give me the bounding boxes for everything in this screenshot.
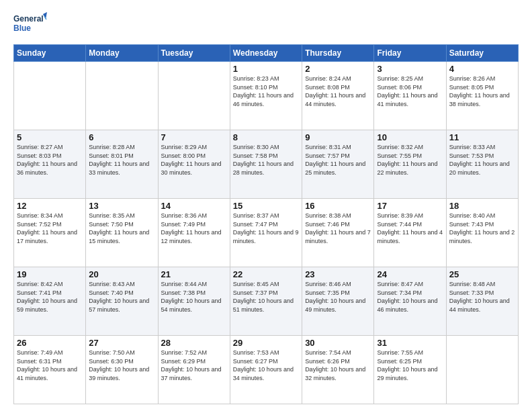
day-number: 23 (305, 269, 371, 279)
day-info: Sunrise: 7:52 AM Sunset: 6:29 PM Dayligh… (161, 349, 227, 382)
week-row-5: 26Sunrise: 7:49 AM Sunset: 6:31 PM Dayli… (14, 336, 519, 404)
day-number: 2 (305, 64, 371, 74)
day-cell: 5Sunrise: 8:27 AM Sunset: 8:03 PM Daylig… (14, 130, 86, 199)
day-number: 28 (161, 338, 227, 348)
day-info: Sunrise: 8:35 AM Sunset: 7:50 PM Dayligh… (89, 212, 154, 245)
day-info: Sunrise: 7:53 AM Sunset: 6:27 PM Dayligh… (233, 349, 299, 382)
day-info: Sunrise: 7:49 AM Sunset: 6:31 PM Dayligh… (17, 349, 83, 382)
day-cell: 29Sunrise: 7:53 AM Sunset: 6:27 PM Dayli… (230, 336, 302, 404)
day-info: Sunrise: 8:32 AM Sunset: 7:55 PM Dayligh… (377, 143, 443, 177)
day-cell: 26Sunrise: 7:49 AM Sunset: 6:31 PM Dayli… (14, 336, 86, 404)
day-cell: 18Sunrise: 8:40 AM Sunset: 7:43 PM Dayli… (446, 199, 518, 267)
day-number: 11 (449, 132, 515, 142)
day-number: 12 (17, 201, 83, 211)
day-info: Sunrise: 8:24 AM Sunset: 8:08 PM Dayligh… (305, 75, 371, 108)
day-number: 29 (233, 338, 299, 348)
day-number: 7 (161, 132, 227, 142)
day-info: Sunrise: 8:40 AM Sunset: 7:43 PM Dayligh… (449, 212, 515, 245)
day-info: Sunrise: 8:36 AM Sunset: 7:49 PM Dayligh… (161, 212, 227, 245)
day-info: Sunrise: 8:33 AM Sunset: 7:53 PM Dayligh… (449, 143, 515, 177)
day-header-saturday: Saturday (446, 45, 518, 62)
day-number: 16 (305, 201, 371, 211)
day-cell: 28Sunrise: 7:52 AM Sunset: 6:29 PM Dayli… (158, 336, 230, 404)
day-info: Sunrise: 8:28 AM Sunset: 8:01 PM Dayligh… (89, 143, 154, 177)
day-number: 25 (449, 269, 515, 279)
day-header-sunday: Sunday (14, 45, 86, 62)
svg-text:General: General (13, 14, 44, 24)
day-number: 9 (305, 132, 371, 142)
page: General Blue SundayMondayTuesdayWednesda… (0, 0, 532, 411)
week-row-3: 12Sunrise: 8:34 AM Sunset: 7:52 PM Dayli… (14, 199, 519, 267)
day-number: 27 (89, 338, 154, 348)
day-number: 5 (17, 132, 83, 142)
header: General Blue (13, 11, 519, 39)
day-info: Sunrise: 7:50 AM Sunset: 6:30 PM Dayligh… (89, 349, 154, 382)
day-info: Sunrise: 8:47 AM Sunset: 7:34 PM Dayligh… (377, 280, 443, 314)
day-cell: 14Sunrise: 8:36 AM Sunset: 7:49 PM Dayli… (158, 199, 230, 267)
day-cell: 24Sunrise: 8:47 AM Sunset: 7:34 PM Dayli… (374, 267, 446, 336)
day-cell: 17Sunrise: 8:39 AM Sunset: 7:44 PM Dayli… (374, 199, 446, 267)
day-number: 19 (17, 269, 83, 279)
day-header-tuesday: Tuesday (158, 45, 230, 62)
day-cell: 2Sunrise: 8:24 AM Sunset: 8:08 PM Daylig… (302, 62, 374, 130)
week-row-2: 5Sunrise: 8:27 AM Sunset: 8:03 PM Daylig… (14, 130, 519, 199)
day-cell: 9Sunrise: 8:31 AM Sunset: 7:57 PM Daylig… (302, 130, 374, 199)
day-info: Sunrise: 8:39 AM Sunset: 7:44 PM Dayligh… (377, 212, 443, 245)
day-cell: 6Sunrise: 8:28 AM Sunset: 8:01 PM Daylig… (86, 130, 158, 199)
day-cell: 25Sunrise: 8:48 AM Sunset: 7:33 PM Dayli… (446, 267, 518, 336)
day-number: 22 (233, 269, 299, 279)
day-number: 24 (377, 269, 443, 279)
day-number: 8 (233, 132, 299, 142)
day-info: Sunrise: 7:54 AM Sunset: 6:26 PM Dayligh… (305, 349, 371, 382)
day-info: Sunrise: 8:42 AM Sunset: 7:41 PM Dayligh… (17, 280, 83, 314)
day-header-wednesday: Wednesday (230, 45, 302, 62)
day-cell: 20Sunrise: 8:43 AM Sunset: 7:40 PM Dayli… (86, 267, 158, 336)
day-info: Sunrise: 8:37 AM Sunset: 7:47 PM Dayligh… (233, 212, 299, 245)
day-info: Sunrise: 8:38 AM Sunset: 7:46 PM Dayligh… (305, 212, 371, 245)
week-row-1: 1Sunrise: 8:23 AM Sunset: 8:10 PM Daylig… (14, 62, 519, 130)
day-number: 10 (377, 132, 443, 142)
day-cell: 10Sunrise: 8:32 AM Sunset: 7:55 PM Dayli… (374, 130, 446, 199)
day-info: Sunrise: 8:43 AM Sunset: 7:40 PM Dayligh… (89, 280, 154, 314)
day-number: 3 (377, 64, 443, 74)
day-cell: 7Sunrise: 8:29 AM Sunset: 8:00 PM Daylig… (158, 130, 230, 199)
day-cell: 15Sunrise: 8:37 AM Sunset: 7:47 PM Dayli… (230, 199, 302, 267)
day-cell: 12Sunrise: 8:34 AM Sunset: 7:52 PM Dayli… (14, 199, 86, 267)
day-cell (158, 62, 230, 130)
day-cell: 31Sunrise: 7:55 AM Sunset: 6:25 PM Dayli… (374, 336, 446, 404)
day-cell: 1Sunrise: 8:23 AM Sunset: 8:10 PM Daylig… (230, 62, 302, 130)
day-header-friday: Friday (374, 45, 446, 62)
day-number: 15 (233, 201, 299, 211)
day-number: 30 (305, 338, 371, 348)
day-info: Sunrise: 7:55 AM Sunset: 6:25 PM Dayligh… (377, 349, 443, 382)
day-cell: 22Sunrise: 8:45 AM Sunset: 7:37 PM Dayli… (230, 267, 302, 336)
day-info: Sunrise: 8:26 AM Sunset: 8:05 PM Dayligh… (449, 75, 515, 108)
day-number: 26 (17, 338, 83, 348)
calendar-table: SundayMondayTuesdayWednesdayThursdayFrid… (13, 44, 519, 404)
day-cell: 13Sunrise: 8:35 AM Sunset: 7:50 PM Dayli… (86, 199, 158, 267)
logo-svg: General Blue (13, 11, 47, 39)
day-info: Sunrise: 8:31 AM Sunset: 7:57 PM Dayligh… (305, 143, 371, 177)
day-info: Sunrise: 8:27 AM Sunset: 8:03 PM Dayligh… (17, 143, 83, 177)
day-number: 18 (449, 201, 515, 211)
day-number: 6 (89, 132, 154, 142)
day-info: Sunrise: 8:25 AM Sunset: 8:06 PM Dayligh… (377, 75, 443, 108)
day-info: Sunrise: 8:29 AM Sunset: 8:00 PM Dayligh… (161, 143, 227, 177)
header-row: SundayMondayTuesdayWednesdayThursdayFrid… (14, 45, 519, 62)
day-number: 20 (89, 269, 154, 279)
day-info: Sunrise: 8:30 AM Sunset: 7:58 PM Dayligh… (233, 143, 299, 177)
logo: General Blue (13, 11, 47, 39)
day-number: 4 (449, 64, 515, 74)
day-info: Sunrise: 8:45 AM Sunset: 7:37 PM Dayligh… (233, 280, 299, 314)
day-cell (14, 62, 86, 130)
day-number: 21 (161, 269, 227, 279)
day-info: Sunrise: 8:46 AM Sunset: 7:35 PM Dayligh… (305, 280, 371, 314)
day-header-thursday: Thursday (302, 45, 374, 62)
day-info: Sunrise: 8:34 AM Sunset: 7:52 PM Dayligh… (17, 212, 83, 245)
day-number: 1 (233, 64, 299, 74)
day-number: 17 (377, 201, 443, 211)
day-cell: 21Sunrise: 8:44 AM Sunset: 7:38 PM Dayli… (158, 267, 230, 336)
day-number: 31 (377, 338, 443, 348)
day-info: Sunrise: 8:48 AM Sunset: 7:33 PM Dayligh… (449, 280, 515, 314)
day-cell (86, 62, 158, 130)
